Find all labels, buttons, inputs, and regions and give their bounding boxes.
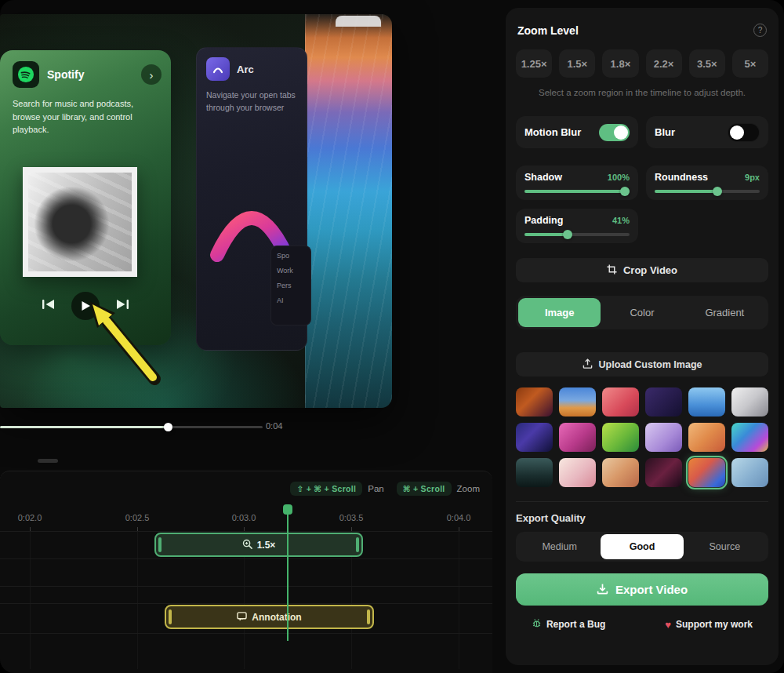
scrubber-track[interactable] — [169, 426, 263, 428]
playhead-line[interactable] — [287, 507, 289, 641]
crop-video-label: Crop Video — [623, 264, 677, 276]
background-thumbnail[interactable] — [731, 458, 768, 487]
timeline-panel[interactable]: ⇧ + ⌘ + Scroll Pan ⌘ + Scroll Zoom 0:02.… — [0, 471, 492, 673]
export-video-button[interactable]: Export Video — [516, 573, 768, 606]
segment-resize-handle-left[interactable] — [158, 537, 162, 552]
background-window-edge — [336, 16, 381, 27]
export-quality-label: Export Quality — [516, 512, 768, 524]
quality-source[interactable]: Source — [684, 534, 766, 559]
annotation-icon — [237, 610, 247, 624]
blur-toggle[interactable] — [728, 123, 760, 142]
tab-gradient[interactable]: Gradient — [684, 298, 766, 327]
background-thumbnail[interactable] — [602, 387, 639, 417]
timeline-gridline — [30, 532, 31, 669]
background-thumbnail[interactable] — [645, 387, 682, 417]
segment-resize-handle-right[interactable] — [367, 609, 370, 624]
background-thumbnail[interactable] — [688, 387, 725, 417]
background-thumbnail[interactable] — [645, 423, 682, 452]
background-thumbnail[interactable] — [688, 423, 725, 452]
slider-knob[interactable] — [563, 230, 572, 239]
roundness-slider[interactable] — [655, 190, 760, 193]
previous-track-icon — [42, 299, 56, 313]
tab-image[interactable]: Image — [518, 298, 601, 327]
roundness-label: Roundness — [655, 172, 708, 183]
background-thumbnail[interactable] — [516, 387, 553, 417]
zoom-hint-text: Select a zoom region in the timeline to … — [516, 88, 768, 97]
annotation-segment-label: Annotation — [252, 612, 301, 623]
video-preview-canvas[interactable]: Spotify › Search for music and podcasts,… — [0, 14, 392, 408]
section-divider — [516, 501, 768, 502]
zoom-level-title: Zoom Level — [517, 24, 579, 37]
background-type-tabs: Image Color Gradient — [516, 296, 768, 329]
panel-drag-handle[interactable] — [38, 459, 58, 463]
magnifier-zoom-icon — [242, 538, 252, 552]
zoom-shortcut-label: Zoom — [457, 484, 480, 493]
timeline-zoom-segment[interactable]: 1.5× — [154, 533, 363, 557]
background-thumbnail[interactable] — [731, 387, 768, 417]
app-window: Spotify › Search for music and podcasts,… — [0, 0, 784, 673]
zoom-segment-label: 1.5× — [257, 540, 276, 551]
segment-resize-handle-left[interactable] — [169, 609, 172, 624]
upload-custom-image-button[interactable]: Upload Custom Image — [516, 352, 768, 377]
segment-resize-handle-right[interactable] — [356, 537, 359, 552]
background-thumbnail-selected[interactable] — [688, 458, 725, 487]
track-separator — [0, 603, 492, 604]
background-thumbnail[interactable] — [602, 458, 639, 487]
shadow-label: Shadow — [524, 172, 562, 183]
pan-shortcut-label: Pan — [368, 484, 383, 493]
support-link[interactable]: ♥ Support my work — [665, 619, 753, 631]
report-bug-link[interactable]: Report a Bug — [532, 618, 605, 631]
zoom-option-button[interactable]: 1.8× — [602, 49, 638, 78]
background-thumbnail[interactable] — [731, 423, 768, 452]
zoom-option-button[interactable]: 5× — [732, 49, 768, 78]
background-thumbnail[interactable] — [602, 423, 639, 452]
shadow-slider[interactable] — [524, 190, 630, 193]
zoom-option-button[interactable]: 2.2× — [646, 49, 682, 78]
zoom-option-button[interactable]: 3.5× — [689, 49, 725, 78]
upload-icon — [583, 358, 593, 371]
zoom-option-button[interactable]: 1.5× — [559, 49, 595, 78]
crop-video-button[interactable]: Crop Video — [516, 258, 768, 282]
arc-title: Arc — [237, 64, 254, 75]
help-icon[interactable]: ? — [753, 24, 767, 37]
tab-color[interactable]: Color — [601, 298, 683, 327]
slider-knob[interactable] — [713, 187, 722, 196]
spotify-logo-icon — [13, 61, 39, 88]
background-thumbnail[interactable] — [559, 423, 596, 452]
export-quality-control: Medium Good Source — [516, 532, 768, 562]
scrubber-knob[interactable] — [164, 423, 172, 431]
background-thumbnail[interactable] — [516, 423, 553, 452]
padding-label: Padding — [524, 215, 563, 226]
album-art — [23, 167, 137, 277]
heart-icon: ♥ — [665, 619, 671, 631]
scrubber-progress[interactable] — [0, 426, 169, 428]
next-track-icon — [115, 299, 129, 313]
background-menu-list: Spo Work Pers AI — [270, 246, 311, 326]
background-thumbnail[interactable] — [559, 458, 596, 487]
menu-item: AI — [277, 296, 305, 304]
background-thumbnail[interactable] — [516, 458, 553, 487]
background-thumbnail[interactable] — [645, 458, 682, 487]
motion-blur-toggle[interactable] — [599, 124, 630, 141]
shadow-value: 100% — [608, 173, 630, 182]
toggle-knob — [614, 126, 628, 140]
album-art-image — [28, 173, 132, 271]
quality-medium[interactable]: Medium — [518, 534, 601, 559]
padding-slider[interactable] — [524, 233, 630, 236]
slider-fill — [524, 233, 568, 236]
upload-custom-image-label: Upload Custom Image — [599, 359, 702, 370]
report-bug-label: Report a Bug — [546, 619, 605, 630]
roundness-value: 9px — [745, 173, 760, 182]
zoom-shortcut-badge: ⌘ + Scroll — [397, 482, 452, 496]
playhead-handle[interactable] — [283, 504, 292, 515]
slider-knob[interactable] — [620, 187, 630, 196]
background-thumbnail[interactable] — [559, 387, 596, 417]
timeline-annotation-segment[interactable]: Annotation — [165, 605, 374, 629]
track-separator — [0, 531, 492, 532]
pan-shortcut-badge: ⇧ + ⌘ + Scroll — [290, 482, 362, 496]
zoom-option-button[interactable]: 1.25× — [516, 49, 552, 78]
roundness-slider-card: Roundness 9px — [646, 166, 768, 200]
timeline-shortcut-hints: ⇧ + ⌘ + Scroll Pan ⌘ + Scroll Zoom — [290, 482, 480, 496]
scrubber-time: 0:04 — [266, 421, 282, 431]
quality-good[interactable]: Good — [601, 534, 683, 559]
